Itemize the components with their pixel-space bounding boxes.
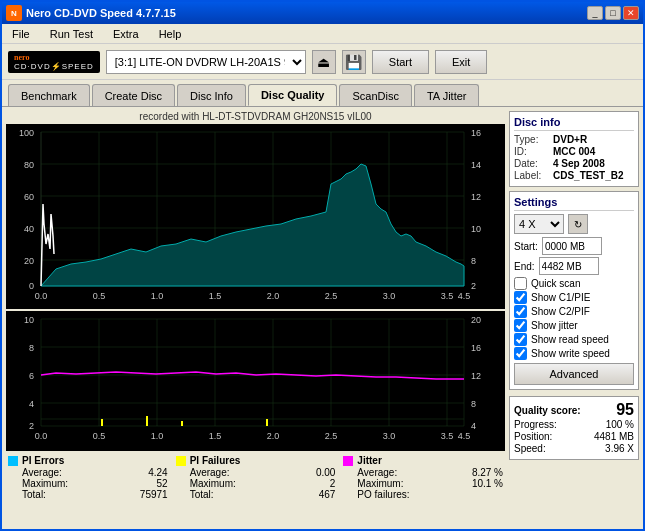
svg-text:4.5: 4.5 [458,431,471,441]
show-jitter-checkbox[interactable] [514,319,527,332]
svg-rect-55 [146,416,148,426]
svg-text:80: 80 [24,160,34,170]
pi-errors-total-value: 75971 [140,489,168,500]
svg-text:20: 20 [24,256,34,266]
start-input[interactable] [542,237,602,255]
maximize-button[interactable]: □ [605,6,621,20]
pi-errors-label: PI Errors [22,455,64,466]
pi-errors-color [8,456,18,466]
pi-errors-avg-value: 4.24 [148,467,167,478]
svg-text:0.5: 0.5 [93,431,106,441]
svg-text:4.5: 4.5 [458,291,471,301]
tab-scandisc[interactable]: ScanDisc [339,84,411,106]
svg-rect-54 [101,419,103,426]
show-c2pif-checkbox[interactable] [514,305,527,318]
show-c1pie-checkbox[interactable] [514,291,527,304]
speed-select[interactable]: 4 X [514,214,564,234]
quick-scan-label: Quick scan [531,278,580,289]
window-controls: _ □ ✕ [587,6,639,20]
tab-disc-info[interactable]: Disc Info [177,84,246,106]
svg-text:3.0: 3.0 [383,291,396,301]
pi-failures-max-label: Maximum: [190,478,236,489]
pi-failures-max-value: 2 [330,478,336,489]
type-value: DVD+R [553,134,587,145]
svg-text:20: 20 [471,315,481,325]
svg-text:1.0: 1.0 [151,431,164,441]
svg-text:0: 0 [29,281,34,291]
id-value: MCC 004 [553,146,595,157]
advanced-button[interactable]: Advanced [514,363,634,385]
stats-area: PI Errors Average: 4.24 Maximum: 52 Tota… [6,453,505,502]
titlebar-left: N Nero CD-DVD Speed 4.7.7.15 [6,5,176,21]
quick-scan-checkbox[interactable] [514,277,527,290]
menubar: File Run Test Extra Help [2,24,643,44]
svg-text:2: 2 [29,421,34,431]
show-write-speed-checkbox[interactable] [514,347,527,360]
svg-text:8: 8 [471,399,476,409]
pi-failures-total-label: Total: [190,489,214,500]
svg-text:2.0: 2.0 [267,431,280,441]
speed-refresh-button[interactable]: ↻ [568,214,588,234]
speed-value: 3.96 X [605,443,634,454]
svg-text:1.5: 1.5 [209,431,222,441]
exit-button[interactable]: Exit [435,50,487,74]
menu-file[interactable]: File [6,26,36,42]
jitter-avg-label: Average: [357,467,397,478]
quality-score-label: Quality score: [514,405,581,416]
pi-failures-total-value: 467 [319,489,336,500]
svg-text:16: 16 [471,343,481,353]
pi-failures-color [176,456,186,466]
disc-label-label: Label: [514,170,549,181]
pi-errors-total-label: Total: [22,489,46,500]
svg-text:6: 6 [29,371,34,381]
tab-ta-jitter[interactable]: TA Jitter [414,84,480,106]
svg-text:3.5: 3.5 [441,431,454,441]
pi-failures-stat: PI Failures Average: 0.00 Maximum: 2 Tot… [176,455,336,500]
po-failures-label: PO failures: [357,489,409,500]
tab-bar: Benchmark Create Disc Disc Info Disc Qua… [2,80,643,106]
svg-text:3.0: 3.0 [383,431,396,441]
start-button[interactable]: Start [372,50,429,74]
disc-info-section: Disc info Type: DVD+R ID: MCC 004 Date: … [509,111,639,187]
tab-create-disc[interactable]: Create Disc [92,84,175,106]
menu-help[interactable]: Help [153,26,188,42]
jitter-avg-value: 8.27 % [472,467,503,478]
save-button[interactable]: 💾 [342,50,366,74]
show-read-speed-checkbox[interactable] [514,333,527,346]
svg-text:1.0: 1.0 [151,291,164,301]
svg-text:12: 12 [471,371,481,381]
svg-text:60: 60 [24,192,34,202]
window-title: Nero CD-DVD Speed 4.7.7.15 [26,7,176,19]
svg-text:8: 8 [29,343,34,353]
type-label: Type: [514,134,549,145]
titlebar: N Nero CD-DVD Speed 4.7.7.15 _ □ ✕ [2,2,643,24]
svg-text:2: 2 [471,281,476,291]
end-input[interactable] [539,257,599,275]
minimize-button[interactable]: _ [587,6,603,20]
start-label: Start: [514,241,538,252]
svg-rect-38 [6,311,505,451]
svg-text:2.5: 2.5 [325,291,338,301]
tab-disc-quality[interactable]: Disc Quality [248,84,338,106]
svg-text:10: 10 [24,315,34,325]
right-panel: Disc info Type: DVD+R ID: MCC 004 Date: … [509,111,639,525]
show-read-speed-label: Show read speed [531,334,609,345]
menu-runtest[interactable]: Run Test [44,26,99,42]
date-label: Date: [514,158,549,169]
menu-extra[interactable]: Extra [107,26,145,42]
main-window: N Nero CD-DVD Speed 4.7.7.15 _ □ ✕ File … [0,0,645,531]
chart-title: recorded with HL-DT-STDVDRAM GH20NS15 vI… [6,111,505,122]
svg-text:8: 8 [471,256,476,266]
position-label: Position: [514,431,552,442]
close-button[interactable]: ✕ [623,6,639,20]
quality-score-value: 95 [616,401,634,419]
svg-rect-57 [266,419,268,426]
drive-select[interactable]: [3:1] LITE-ON DVDRW LH-20A1S 9L09 [106,50,306,74]
toolbar: nero CD·DVD⚡SPEED [3:1] LITE-ON DVDRW LH… [2,44,643,80]
tab-benchmark[interactable]: Benchmark [8,84,90,106]
svg-text:0.5: 0.5 [93,291,106,301]
jitter-max-value: 10.1 % [472,478,503,489]
eject-button[interactable]: ⏏ [312,50,336,74]
svg-text:3.5: 3.5 [441,291,454,301]
chart-area: recorded with HL-DT-STDVDRAM GH20NS15 vI… [6,111,505,525]
